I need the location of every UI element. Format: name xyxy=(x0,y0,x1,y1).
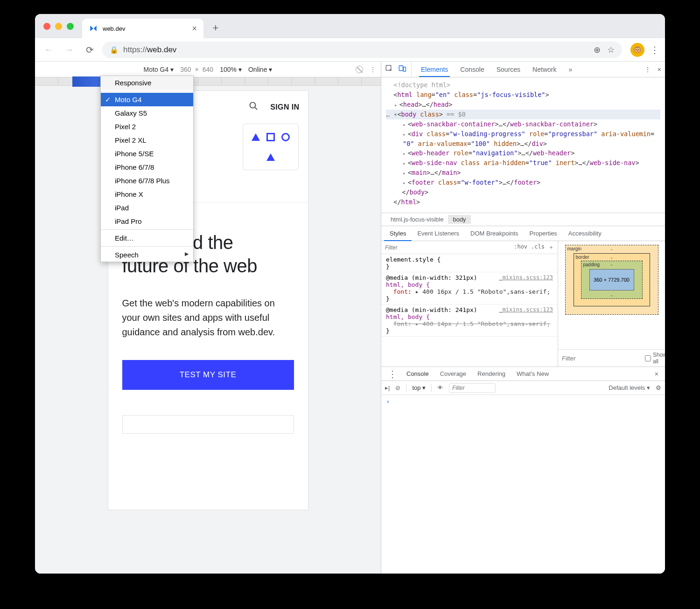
back-button[interactable]: ← xyxy=(41,42,56,58)
show-all-checkbox[interactable]: Show all xyxy=(645,352,665,365)
tab-favicon xyxy=(89,24,98,33)
circle-icon xyxy=(281,133,290,141)
devtools-tabs: Elements Console Sources Network » ⋮ × xyxy=(381,62,665,77)
test-my-site-button[interactable]: TEST MY SITE xyxy=(122,360,294,390)
device-mode-icon[interactable] xyxy=(398,64,406,74)
hero-body: Get the web's modern capabilities on you… xyxy=(122,296,294,339)
search-icon[interactable] xyxy=(248,100,259,114)
device-option-edit[interactable]: Edit… xyxy=(101,231,193,245)
drawer-tab-console[interactable]: Console xyxy=(401,367,434,381)
viewport-wrapper: SIGN IN Let's build the futur xyxy=(35,86,381,510)
style-rule[interactable]: @media (min-width: 241px)_mixins.scss:12… xyxy=(381,304,558,337)
console-filter-input[interactable] xyxy=(449,383,496,393)
styles-body: :hov .cls ＋ element.style { } @media (mi… xyxy=(381,241,665,367)
console-sidebar-icon[interactable]: ▸| xyxy=(385,384,390,391)
styles-tab-properties[interactable]: Properties xyxy=(524,226,563,241)
elements-tree[interactable]: <!doctype html> <html lang="en" class="j… xyxy=(381,77,665,213)
source-link[interactable]: _mixins.scss:123 xyxy=(499,274,553,281)
address-bar[interactable]: 🔒 https://web.dev ⊕ ☆ xyxy=(102,42,622,58)
tab-network[interactable]: Network xyxy=(527,62,562,77)
height-input[interactable]: 640 xyxy=(203,66,213,73)
more-tabs-icon[interactable]: » xyxy=(563,62,578,77)
device-select[interactable]: Moto G4 ▾ xyxy=(144,66,174,73)
tab-console[interactable]: Console xyxy=(455,62,490,77)
reload-button[interactable]: ⟳ xyxy=(82,42,98,58)
sign-in-button[interactable]: SIGN IN xyxy=(270,103,299,111)
bookmark-icon[interactable]: ☆ xyxy=(607,45,615,55)
svg-rect-3 xyxy=(399,66,403,71)
styles-tab-dom[interactable]: DOM Breakpoints xyxy=(465,226,524,241)
new-tab-button[interactable]: + xyxy=(207,20,224,36)
drawer-tab-rendering[interactable]: Rendering xyxy=(472,367,511,381)
crumb-html[interactable]: html.js-focus-visible xyxy=(386,215,448,224)
cls-toggle[interactable]: .cls xyxy=(531,243,545,251)
device-option-responsive[interactable]: Responsive xyxy=(101,76,193,90)
console-clear-icon[interactable]: ⊘ xyxy=(395,384,400,391)
device-option[interactable]: Moto G4 xyxy=(101,93,193,106)
devtools-pane: Elements Console Sources Network » ⋮ × <… xyxy=(381,62,665,574)
forward-button[interactable]: → xyxy=(61,42,77,58)
device-option-speech[interactable]: Speech xyxy=(101,248,193,262)
box-model-content: 360 × 7729.700 xyxy=(589,269,634,291)
close-window-button[interactable] xyxy=(43,23,50,30)
box-model[interactable]: margin - border - padding - - 360 × 7729… xyxy=(565,245,658,315)
style-rule[interactable]: @media (min-width: 321px)_mixins.scss:12… xyxy=(381,272,558,304)
dropdown-icon: ▾ xyxy=(170,66,174,73)
maximize-window-button[interactable] xyxy=(67,23,74,30)
live-expression-icon[interactable]: 👁 xyxy=(437,384,443,391)
device-option[interactable]: Galaxy S5 xyxy=(101,106,193,120)
throttle-select[interactable]: Online▾ xyxy=(248,66,272,73)
device-dropdown-menu: Responsive Moto G4 Galaxy S5 Pixel 2 Pix… xyxy=(100,76,194,262)
omnibox-actions: ⊕ ☆ xyxy=(594,45,615,55)
device-option[interactable]: iPhone X xyxy=(101,187,193,201)
close-tab-icon[interactable]: × xyxy=(192,24,197,34)
computed-filter-input[interactable] xyxy=(562,355,641,362)
browser-window: web.dev × + ← → ⟳ 🔒 https://web.dev ⊕ ☆ … xyxy=(35,14,665,574)
tab-elements[interactable]: Elements xyxy=(415,62,454,77)
log-level-select[interactable]: Default levels ▾ xyxy=(609,384,650,391)
devtools-close-icon[interactable]: × xyxy=(658,66,661,73)
drawer-menu-icon[interactable]: ⋮ xyxy=(384,367,401,381)
rotate-icon[interactable] xyxy=(356,66,363,73)
width-input[interactable]: 360 xyxy=(180,66,191,73)
console-body[interactable]: › xyxy=(381,395,665,408)
minimize-window-button[interactable] xyxy=(55,23,62,30)
zoom-select[interactable]: 100%▾ xyxy=(220,66,242,73)
device-option[interactable]: Pixel 2 xyxy=(101,120,193,133)
device-option[interactable]: iPhone 6/7/8 xyxy=(101,160,193,174)
console-toolbar: ▸| ⊘ top ▾ 👁 Default levels ▾ ⚙ xyxy=(381,381,665,395)
triangle-icon xyxy=(252,133,260,141)
style-rule[interactable]: element.style { } xyxy=(381,254,558,272)
crumb-body[interactable]: body xyxy=(448,215,470,224)
drawer-close-icon[interactable]: × xyxy=(651,367,662,381)
browser-tab[interactable]: web.dev × xyxy=(82,19,203,38)
device-option[interactable]: iPad xyxy=(101,201,193,215)
device-menu-icon[interactable]: ⋮ xyxy=(370,66,376,73)
styles-filter-input[interactable] xyxy=(385,244,509,251)
triangle-icon xyxy=(266,153,275,161)
console-context-select[interactable]: top ▾ xyxy=(412,384,426,391)
console-settings-icon[interactable]: ⚙ xyxy=(656,384,661,391)
tab-sources[interactable]: Sources xyxy=(491,62,526,77)
drawer-tab-coverage[interactable]: Coverage xyxy=(434,367,472,381)
device-option[interactable]: Pixel 2 XL xyxy=(101,133,193,147)
ruler xyxy=(35,77,381,86)
device-option[interactable]: iPhone 5/SE xyxy=(101,147,193,160)
device-option[interactable]: iPad Pro xyxy=(101,215,193,228)
styles-tab-accessibility[interactable]: Accessibility xyxy=(563,226,607,241)
styles-tab-listeners[interactable]: Event Listeners xyxy=(412,226,465,241)
hov-toggle[interactable]: :hov xyxy=(514,243,527,251)
titlebar: web.dev × + xyxy=(35,14,665,38)
drawer-tab-whatsnew[interactable]: What's New xyxy=(511,367,554,381)
source-link[interactable]: _mixins.scss:123 xyxy=(499,306,553,313)
inspect-element-icon[interactable] xyxy=(385,64,393,74)
new-rule-icon[interactable]: ＋ xyxy=(548,243,554,251)
breadcrumb: html.js-focus-visible body xyxy=(381,213,665,226)
install-app-icon[interactable]: ⊕ xyxy=(594,45,601,55)
styles-rules: :hov .cls ＋ element.style { } @media (mi… xyxy=(381,241,558,367)
device-option[interactable]: iPhone 6/7/8 Plus xyxy=(101,174,193,187)
profile-avatar[interactable]: 🐵 xyxy=(630,43,644,57)
browser-menu-icon[interactable]: ⋮ xyxy=(650,44,659,55)
styles-tab-styles[interactable]: Styles xyxy=(384,226,412,241)
devtools-menu-icon[interactable]: ⋮ xyxy=(644,66,651,73)
